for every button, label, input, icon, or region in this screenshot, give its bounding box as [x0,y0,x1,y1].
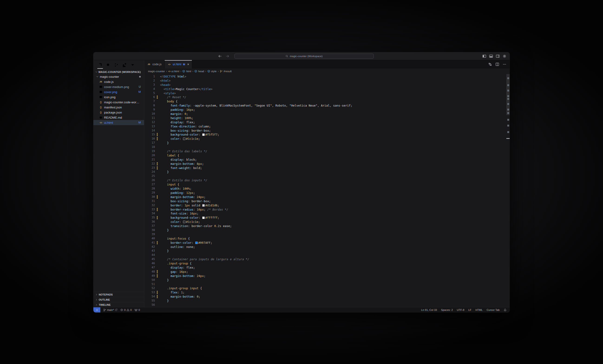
status-spaces-2[interactable]: Spaces: 2 [441,308,453,311]
branch-indicator[interactable]: main* [103,308,117,312]
code-line[interactable]: 51 [144,282,510,286]
code-line[interactable]: 36 color: #1c1c1e; [144,220,510,224]
explorer-section-header[interactable]: MAGIC-COUNTER (WORKSPACE) [93,70,144,74]
code-line[interactable]: 10 margin: 0; [144,112,510,116]
code-line[interactable]: 43 } [144,249,510,253]
status-ln-91-col-33[interactable]: Ln 91, Col 33 [421,308,437,311]
breadcrumb-item-ui-html[interactable]: <>ui.html [168,70,179,73]
code-line[interactable]: 3<head> [144,83,510,87]
code-line[interactable]: 26 /* Estilo dos inputs */ [144,178,510,182]
workspace-search-box[interactable]: magic-counter (Workspace) [234,54,374,59]
panel-header-outline[interactable]: OUTLINE [93,297,144,302]
code-line[interactable]: 40 input:focus { [144,237,510,241]
tab-ui-html[interactable]: <> ui.html M × [165,60,192,68]
code-line[interactable]: 5 <style> [144,91,510,95]
remote-indicator[interactable] [93,307,100,312]
breadcrumb-item-magic-counter[interactable]: magic-counter [148,70,165,73]
extensions-icon[interactable] [122,63,127,67]
code-line[interactable]: 2<html> [144,79,510,83]
scrollbar[interactable] [506,74,510,307]
code-line[interactable]: 48 gap: 16px; [144,270,510,274]
toggle-primary-sidebar-icon[interactable] [482,54,486,58]
search-icon[interactable] [106,63,110,67]
code-line[interactable]: 31 box-sizing: border-box; [144,199,510,203]
status-lf[interactable]: LF [468,308,471,311]
file-tree-item-icon-png[interactable]: icon.png [93,94,144,100]
code-line[interactable]: 53 flex: 1; [144,290,510,295]
code-line[interactable]: 47 display: flex; [144,266,510,270]
code-line[interactable]: 13 flex-direction: column; [144,125,510,129]
code-line[interactable]: 46 .input-group { [144,262,510,266]
file-tree-item-cover-medium-png[interactable]: cover-medium.pngU [93,84,144,89]
status-utf-8[interactable]: UTF-8 [457,308,464,311]
code-line[interactable]: 56 [144,303,510,307]
nav-back-button[interactable] [218,54,222,58]
file-tree-item-package-json[interactable]: {}package.json [93,110,144,115]
code-line[interactable]: 55 } [144,299,510,303]
ports-indicator[interactable]: 0 [135,308,140,312]
problems-indicator[interactable]: 0 0 [120,308,132,311]
code-line[interactable]: 17 } [144,141,510,145]
file-tree-item-ui-html[interactable]: <>ui.htmlM [93,120,144,125]
code-line[interactable]: 52 .input-group input { [144,286,510,290]
split-editor-icon[interactable] [496,62,499,66]
code-line[interactable]: 38 } [144,228,510,232]
status-html[interactable]: HTML [475,308,483,311]
file-tree-item-cover-png[interactable]: cover.pngM [93,89,144,94]
code-line[interactable]: 7 body { [144,99,510,103]
source-control-icon[interactable] [114,63,118,67]
code-line[interactable]: 29 padding: 12px; [144,191,510,195]
code-line[interactable]: 33 border-radius: 10px; /* Bordas */ [144,207,510,212]
code-line[interactable]: 1<!DOCTYPE html> [144,75,510,79]
code-line[interactable]: 22 margin-bottom: 8px; [144,162,510,166]
breadcrumb-item-style[interactable]: style [208,70,217,73]
code-line[interactable]: 30 margin-bottom: 24px; [144,195,510,199]
code-line[interactable]: 11 height: 100%; [144,116,510,120]
code-line[interactable]: 35 background-color: #ffffff; [144,216,510,220]
file-tree-item-code-js[interactable]: JScode.js [93,79,144,84]
code-line[interactable]: 18 [144,145,510,149]
code-line[interactable]: 4 <title>Magic Counter</title> [144,87,510,91]
code-line[interactable]: 16 color: #1c1c1e; [144,137,510,141]
code-line[interactable]: 28 width: 100%; [144,187,510,191]
breadcrumb-item-result[interactable]: #result [220,70,232,73]
code-line[interactable]: 37 transition: border-color 0.2s ease; [144,224,510,228]
bell-icon[interactable] [504,308,507,312]
code-line[interactable]: 8 font-family: -apple-system, BlinkMacSy… [144,103,510,108]
code-line[interactable]: 50 } [144,278,510,282]
code-line[interactable]: 45 /* Container para inputs de largura e… [144,257,510,262]
code-editor[interactable]: 1<!DOCTYPE html>2<html>3<head>4 <title>M… [144,74,510,307]
more-actions-icon[interactable] [503,62,506,66]
code-line[interactable]: 41 border-color: #007AFF; [144,241,510,245]
code-line[interactable]: 54 margin-bottom: 0; [144,295,510,299]
code-line[interactable]: 25 [144,174,510,178]
panel-header-notepads[interactable]: NOTEPADS [93,292,144,297]
code-line[interactable]: 20 label { [144,153,510,158]
breadcrumb-item-head[interactable]: head [194,70,204,73]
code-line[interactable]: 49 margin-bottom: 24px; [144,274,510,278]
toggle-bottom-panel-icon[interactable] [489,54,493,58]
toggle-secondary-sidebar-icon[interactable] [496,54,500,58]
panel-header-timeline[interactable]: TIMELINE [93,302,144,307]
code-line[interactable]: 32 border: 1px solid #d1d1d6; [144,203,510,207]
tab-code-js[interactable]: JS code.js [144,60,165,68]
code-line[interactable]: 21 display: block; [144,158,510,162]
code-line[interactable]: 14 box-sizing: border-box; [144,129,510,133]
breadcrumb-item-html[interactable]: html [182,70,191,73]
open-changes-icon[interactable] [488,62,492,66]
code-line[interactable]: 27 input { [144,182,510,187]
file-tree-item-magic-counter[interactable]: magic-counter [93,74,144,79]
file-tree-item-readme-md[interactable]: README.md [93,115,144,120]
file-tree-item-magic-counter-code-works[interactable]: {}magic-counter.code-works... [93,100,144,105]
code-line[interactable]: 24 } [144,170,510,174]
code-line[interactable]: 15 background-color: #f5f5f7; [144,133,510,137]
status-cursor-tab[interactable]: Cursor Tab [487,308,500,311]
code-line[interactable]: 6 /* Reset */ [144,95,510,99]
code-line[interactable]: 23 font-weight: bold; [144,166,510,170]
code-line[interactable]: 12 display: flex; [144,120,510,125]
code-line[interactable]: 9 padding: 16px; [144,108,510,112]
code-line[interactable]: 19 /* Estilo das labels */ [144,149,510,153]
code-line[interactable]: 44 [144,253,510,257]
code-line[interactable]: 34 font-size: 16px; [144,212,510,216]
nav-forward-button[interactable] [226,54,229,58]
